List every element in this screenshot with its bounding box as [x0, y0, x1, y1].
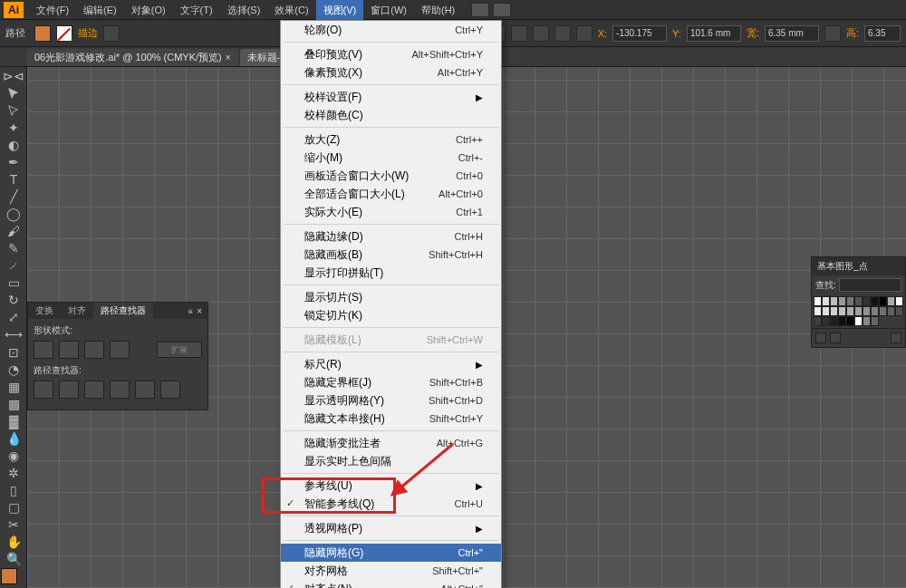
- intersect-button[interactable]: [84, 341, 104, 359]
- eraser-tool[interactable]: ▭: [0, 275, 27, 292]
- menu-item[interactable]: 隐藏渐变批注者Alt+Ctrl+G: [281, 434, 501, 452]
- swatch-item[interactable]: [822, 296, 830, 306]
- new-icon[interactable]: [891, 333, 901, 343]
- swatch-item[interactable]: [871, 306, 879, 316]
- crop-button[interactable]: [110, 381, 130, 399]
- menu-item[interactable]: 隐藏边缘(D)Ctrl+H: [281, 227, 501, 246]
- next-icon[interactable]: [830, 333, 841, 343]
- swatch-item[interactable]: [830, 316, 838, 326]
- fill-swatch[interactable]: [34, 25, 51, 42]
- blend-tool[interactable]: ◉: [0, 447, 27, 464]
- expand-button[interactable]: 扩展: [157, 342, 202, 358]
- w-input[interactable]: [765, 25, 819, 42]
- swatch-item[interactable]: [846, 316, 854, 326]
- slice-tool[interactable]: ✂: [0, 516, 27, 534]
- column-graph-tool[interactable]: ▯: [0, 482, 27, 499]
- menu-effect[interactable]: 效果(C): [267, 0, 315, 20]
- menu-item[interactable]: 显示实时上色间隔: [281, 452, 501, 470]
- stroke-weight-icon[interactable]: [103, 25, 120, 42]
- menu-window[interactable]: 窗口(W): [363, 0, 414, 20]
- swatch-item[interactable]: [838, 306, 846, 316]
- stroke-swatch[interactable]: [56, 25, 72, 42]
- swatch-item[interactable]: [887, 306, 895, 316]
- swatch-item[interactable]: [822, 316, 830, 326]
- free-transform-tool[interactable]: ⊡: [0, 343, 27, 361]
- menu-item[interactable]: 像素预览(X)Alt+Ctrl+Y: [281, 63, 501, 82]
- swatch-item[interactable]: [822, 306, 830, 316]
- menu-item[interactable]: 隐藏定界框(J)Shift+Ctrl+B: [281, 373, 501, 391]
- transform-tab[interactable]: 变换: [28, 303, 61, 319]
- swatch-item[interactable]: [863, 306, 871, 316]
- swatch-item[interactable]: [854, 296, 863, 306]
- swatch-item[interactable]: [871, 316, 879, 326]
- menu-item[interactable]: 标尺(R)▶: [281, 355, 501, 373]
- minus-back-button[interactable]: [160, 381, 180, 399]
- layout-icon-1[interactable]: [471, 3, 489, 17]
- swatch-item[interactable]: [814, 316, 822, 326]
- swatch-item[interactable]: [854, 316, 863, 326]
- close-icon[interactable]: ×: [197, 306, 202, 316]
- menu-item[interactable]: 隐藏网格(G)Ctrl+": [281, 544, 501, 562]
- menu-item[interactable]: 全部适合窗口大小(L)Alt+Ctrl+0: [281, 185, 501, 203]
- menu-item[interactable]: 实际大小(E)Ctrl+1: [281, 203, 501, 221]
- menu-item[interactable]: 轮廓(O)Ctrl+Y: [281, 21, 501, 39]
- selection-tool[interactable]: [0, 84, 27, 101]
- menu-item[interactable]: 智能参考线(Q)Ctrl+U: [281, 495, 501, 513]
- exclude-button[interactable]: [110, 341, 130, 359]
- shape-builder-tool[interactable]: ◔: [0, 361, 27, 378]
- pencil-tool[interactable]: ✎: [0, 240, 27, 257]
- menu-item[interactable]: 画板适合窗口大小(W)Ctrl+0: [281, 167, 501, 185]
- menu-select[interactable]: 选择(S): [220, 0, 268, 20]
- swatch-item[interactable]: [879, 296, 887, 306]
- h-input[interactable]: [864, 25, 901, 42]
- artboard-tool[interactable]: ▢: [0, 499, 27, 516]
- direct-selection-tool[interactable]: [0, 101, 27, 119]
- menu-file[interactable]: 文件(F): [29, 0, 76, 20]
- menu-item[interactable]: 校样颜色(C): [281, 106, 501, 124]
- swatch-item[interactable]: [887, 296, 895, 306]
- swatch-item[interactable]: [895, 296, 903, 306]
- lasso-tool[interactable]: ◐: [0, 136, 27, 153]
- swatch-item[interactable]: [814, 306, 822, 316]
- close-icon[interactable]: ×: [226, 53, 231, 63]
- menu-item[interactable]: 透视网格(P)▶: [281, 519, 501, 537]
- paintbrush-tool[interactable]: 🖌: [0, 223, 27, 240]
- menu-item[interactable]: 参考线(U)▶: [281, 477, 501, 495]
- transform-icon-2[interactable]: [576, 25, 593, 42]
- menu-item[interactable]: 显示切片(S): [281, 288, 501, 306]
- doc-tab-1[interactable]: 06光影游戏修改.ai* @ 100% (CMYK/预览) ×: [27, 49, 238, 66]
- pathfinder-tab[interactable]: 路径查找器: [93, 303, 153, 319]
- trim-button[interactable]: [59, 381, 79, 399]
- menu-item[interactable]: 对齐网格Shift+Ctrl+": [281, 562, 501, 580]
- menu-item[interactable]: 隐藏文本串接(H)Shift+Ctrl+Y: [281, 410, 501, 428]
- width-tool[interactable]: ⟷: [0, 326, 27, 343]
- eyedropper-tool[interactable]: 💧: [0, 429, 27, 447]
- symbol-sprayer-tool[interactable]: ✲: [0, 464, 27, 481]
- swatch-item[interactable]: [830, 306, 838, 316]
- outline-button[interactable]: [135, 381, 155, 399]
- menu-edit[interactable]: 编辑(E): [76, 0, 124, 20]
- swatch-item[interactable]: [863, 296, 871, 306]
- swatch-item[interactable]: [871, 296, 879, 306]
- line-tool[interactable]: ╱: [0, 188, 27, 205]
- collapse-icon[interactable]: «: [188, 306, 194, 316]
- swatch-item[interactable]: [846, 296, 854, 306]
- menu-type[interactable]: 文字(T): [173, 0, 220, 20]
- prev-icon[interactable]: [815, 333, 826, 343]
- menu-item[interactable]: 对齐点(N)Alt+Ctrl+": [281, 580, 501, 588]
- swatch-item[interactable]: [830, 296, 838, 306]
- x-input[interactable]: [612, 25, 667, 42]
- search-input[interactable]: [839, 278, 901, 292]
- menu-item[interactable]: 放大(Z)Ctrl++: [281, 130, 501, 149]
- menu-view[interactable]: 视图(V): [316, 0, 364, 20]
- rotate-tool[interactable]: ↻: [0, 292, 27, 309]
- style-icon[interactable]: [511, 25, 527, 42]
- type-tool[interactable]: T: [0, 170, 27, 188]
- menu-item[interactable]: 隐藏画板(B)Shift+Ctrl+H: [281, 246, 501, 264]
- y-input[interactable]: [687, 25, 741, 42]
- gradient-tool[interactable]: ▓: [0, 412, 27, 429]
- pen-tool[interactable]: ✒: [0, 153, 27, 170]
- blob-brush-tool[interactable]: ⟋: [0, 257, 27, 275]
- fill-stroke-indicator[interactable]: [1, 568, 26, 588]
- zoom-tool[interactable]: 🔍: [0, 551, 27, 568]
